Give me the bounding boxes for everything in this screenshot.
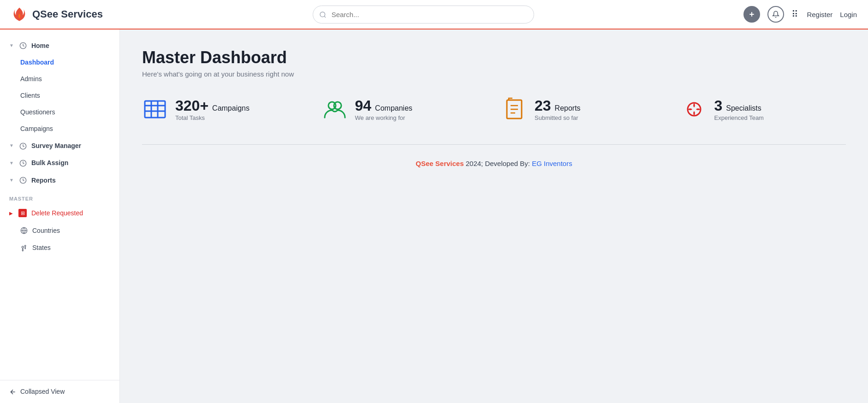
svg-line-1 [324, 16, 326, 18]
companies-sub: We are working for [355, 114, 413, 121]
sidebar-item-survey-manager[interactable]: ▼ Survey Manager [0, 137, 119, 154]
sidebar: ▼ Home Dashboard Admins Clients Question… [0, 30, 120, 403]
footer: QSee Services 2024; Developed By: EG Inv… [142, 160, 846, 167]
home-clock-icon [19, 41, 27, 49]
sidebar-home-label: Home [31, 42, 49, 49]
stat-card-specialists: 3 Specialists Experienced Team [681, 96, 846, 122]
content-divider [142, 144, 846, 145]
grid-menu-icon[interactable]: ⠿ [791, 9, 799, 20]
companies-label: Companies [375, 104, 412, 113]
survey-clock-icon [19, 142, 27, 149]
survey-manager-label: Survey Manager [31, 142, 81, 149]
companies-stat-row: 94 Companies [355, 97, 413, 114]
svg-point-0 [320, 12, 325, 17]
svg-point-10 [22, 246, 24, 248]
page-subtitle: Here's what's going on at your business … [142, 70, 846, 78]
survey-arrow-icon: ▼ [9, 143, 14, 148]
specialists-label: Specialists [726, 104, 761, 113]
sidebar-item-countries[interactable]: Countries [0, 222, 119, 239]
campaigns-number: 320+ [175, 97, 208, 114]
sidebar-item-delete-requested[interactable]: ▶ ⊞ Delete Requested [0, 204, 119, 222]
campaigns-label: Campaigns [212, 104, 250, 113]
search-icon [319, 10, 327, 18]
svg-rect-13 [145, 101, 165, 118]
reports-sub: Submitted so far [535, 114, 581, 121]
reports-stat-row: 23 Reports [535, 97, 581, 114]
footer-developer: EG Inventors [532, 160, 572, 167]
companies-icon [322, 96, 348, 122]
delete-requested-label: Delete Requested [31, 209, 83, 217]
notification-button[interactable] [767, 6, 784, 23]
reports-number: 23 [535, 97, 551, 114]
dashboard-label: Dashboard [20, 59, 54, 66]
search-input[interactable] [313, 6, 534, 24]
brand-name: QSee Services [32, 8, 103, 20]
sidebar-item-bulk-assign[interactable]: ▼ Bulk Assign [0, 154, 119, 172]
add-button[interactable] [743, 6, 760, 23]
brand: QSee Services [11, 6, 103, 23]
collapsed-view-button[interactable]: Collapsed View [0, 380, 119, 403]
sidebar-item-admins[interactable]: Admins [0, 71, 119, 87]
main-content: Master Dashboard Here's what's going on … [120, 30, 868, 403]
sidebar-item-states[interactable]: States [0, 239, 119, 256]
stat-card-campaigns: 320+ Campaigns Total Tasks [142, 96, 307, 122]
sidebar-item-questioners[interactable]: Questioners [0, 104, 119, 120]
sidebar-nav: ▼ Home Dashboard Admins Clients Question… [0, 30, 119, 380]
register-button[interactable]: Register [807, 11, 832, 18]
home-arrow-icon: ▼ [9, 43, 14, 48]
login-button[interactable]: Login [840, 11, 857, 18]
search-container [313, 6, 534, 24]
footer-year-text: 2024; Developed By: [466, 160, 530, 167]
companies-text: 94 Companies We are working for [355, 97, 413, 121]
reports-stat-label: Reports [555, 104, 581, 113]
questioners-label: Questioners [20, 108, 55, 116]
sidebar-item-clients[interactable]: Clients [0, 87, 119, 104]
states-icon [20, 243, 28, 251]
sidebar-item-reports[interactable]: ▼ Reports [0, 172, 119, 189]
campaigns-stat-row: 320+ Campaigns [175, 97, 250, 114]
brand-logo-icon [11, 6, 28, 23]
countries-label: Countries [32, 227, 60, 234]
campaigns-text: 320+ Campaigns Total Tasks [175, 97, 250, 121]
svg-point-11 [24, 245, 26, 247]
layout: ▼ Home Dashboard Admins Clients Question… [0, 30, 868, 403]
footer-brand: QSee Services [416, 160, 464, 167]
reports-clock-icon [19, 176, 27, 184]
bulk-assign-label: Bulk Assign [31, 159, 68, 166]
bulk-arrow-icon: ▼ [9, 160, 14, 166]
stat-card-reports: 23 Reports Submitted so far [501, 96, 666, 122]
countries-icon [20, 226, 28, 234]
clients-label: Clients [20, 92, 40, 99]
states-label: States [32, 244, 51, 251]
master-section-label: MASTER [0, 189, 119, 204]
reports-stat-icon [501, 96, 527, 122]
specialists-sub: Experienced Team [714, 114, 764, 121]
stats-row: 320+ Campaigns Total Tasks [142, 96, 846, 122]
search-area [110, 6, 737, 24]
companies-number: 94 [355, 97, 372, 114]
campaigns-sub: Total Tasks [175, 114, 250, 121]
collapsed-view-label: Collapsed View [20, 388, 65, 395]
stat-card-companies: 94 Companies We are working for [322, 96, 487, 122]
sidebar-item-home[interactable]: ▼ Home [0, 37, 119, 54]
specialists-text: 3 Specialists Experienced Team [714, 97, 764, 121]
specialists-number: 3 [714, 97, 723, 114]
navbar: QSee Services ⠿ Register Login [0, 0, 868, 30]
specialists-stat-row: 3 Specialists [714, 97, 764, 114]
svg-point-19 [334, 102, 341, 109]
reports-arrow-icon: ▼ [9, 178, 14, 183]
sidebar-item-dashboard[interactable]: Dashboard [0, 54, 119, 71]
page-title: Master Dashboard [142, 48, 846, 67]
reports-text: 23 Reports Submitted so far [535, 97, 581, 121]
collapse-arrow-icon [9, 388, 17, 396]
sidebar-item-campaigns[interactable]: Campaigns [0, 120, 119, 137]
admins-label: Admins [20, 75, 42, 83]
navbar-actions: ⠿ Register Login [743, 6, 857, 23]
delete-grid-icon: ⊞ [18, 209, 27, 217]
bulk-clock-icon [19, 159, 27, 167]
campaigns-label: Campaigns [20, 125, 53, 132]
campaigns-icon [142, 96, 168, 122]
delete-arrow-icon: ▶ [9, 211, 13, 216]
specialists-icon [681, 96, 707, 122]
reports-label: Reports [31, 177, 56, 184]
